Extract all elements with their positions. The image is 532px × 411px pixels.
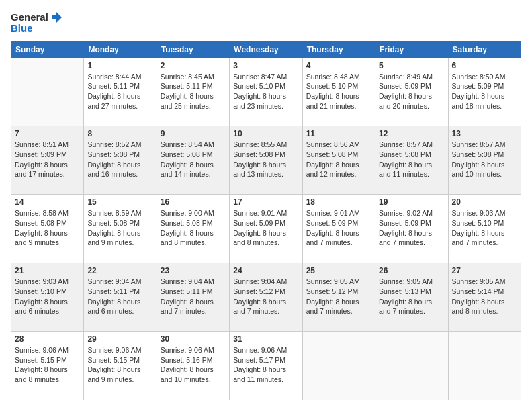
calendar-cell: 31Sunrise: 9:06 AMSunset: 5:17 PMDayligh… — [230, 332, 302, 400]
day-header-tuesday: Tuesday — [157, 41, 229, 58]
day-number: 21 — [15, 266, 80, 275]
day-number: 19 — [379, 197, 444, 207]
day-number: 15 — [87, 197, 152, 207]
day-number: 9 — [161, 129, 226, 138]
calendar-cell: 18Sunrise: 9:01 AMSunset: 5:09 PMDayligh… — [302, 195, 375, 263]
day-info: Sunrise: 9:06 AMSunset: 5:16 PMDaylight:… — [161, 345, 226, 385]
calendar-cell: 28Sunrise: 9:06 AMSunset: 5:15 PMDayligh… — [11, 332, 84, 400]
day-number: 14 — [15, 197, 80, 207]
day-info: Sunrise: 9:03 AMSunset: 5:10 PMDaylight:… — [15, 277, 80, 316]
calendar-cell: 14Sunrise: 8:58 AMSunset: 5:08 PMDayligh… — [11, 195, 84, 263]
calendar-cell: 3Sunrise: 8:47 AMSunset: 5:10 PMDaylight… — [230, 58, 302, 126]
day-number: 24 — [233, 266, 298, 275]
calendar-header-row: SundayMondayTuesdayWednesdayThursdayFrid… — [11, 41, 521, 58]
calendar-cell: 5Sunrise: 8:49 AMSunset: 5:09 PMDaylight… — [375, 58, 448, 126]
day-info: Sunrise: 9:06 AMSunset: 5:17 PMDaylight:… — [233, 345, 298, 385]
day-info: Sunrise: 8:54 AMSunset: 5:08 PMDaylight:… — [161, 140, 226, 179]
day-header-sunday: Sunday — [11, 41, 84, 58]
day-number: 16 — [161, 197, 226, 207]
day-number: 13 — [452, 129, 517, 138]
calendar-cell: 7Sunrise: 8:51 AMSunset: 5:09 PMDaylight… — [11, 126, 84, 195]
day-info: Sunrise: 8:56 AMSunset: 5:08 PMDaylight:… — [306, 140, 371, 179]
logo-chevron-icon — [50, 11, 63, 24]
logo: General Blue — [11, 11, 63, 34]
day-number: 4 — [306, 61, 371, 71]
calendar-page: General Blue SundayMondayTuesdayWednesda… — [0, 0, 532, 411]
day-number: 25 — [306, 266, 371, 275]
day-number: 10 — [233, 129, 298, 138]
calendar-cell: 24Sunrise: 9:04 AMSunset: 5:12 PMDayligh… — [230, 263, 302, 332]
logo-blue-text: Blue — [11, 23, 33, 34]
day-number: 23 — [161, 266, 226, 275]
calendar-cell: 11Sunrise: 8:56 AMSunset: 5:08 PMDayligh… — [302, 126, 375, 195]
day-info: Sunrise: 8:59 AMSunset: 5:08 PMDaylight:… — [87, 208, 152, 248]
day-number: 12 — [379, 129, 444, 138]
calendar-week-row: 21Sunrise: 9:03 AMSunset: 5:10 PMDayligh… — [11, 263, 521, 332]
day-number: 29 — [87, 334, 152, 344]
day-number: 3 — [233, 61, 298, 71]
day-info: Sunrise: 9:04 AMSunset: 5:11 PMDaylight:… — [161, 277, 226, 316]
calendar-cell: 20Sunrise: 9:03 AMSunset: 5:10 PMDayligh… — [448, 195, 521, 263]
calendar-week-row: 1Sunrise: 8:44 AMSunset: 5:11 PMDaylight… — [11, 58, 521, 126]
calendar-cell: 15Sunrise: 8:59 AMSunset: 5:08 PMDayligh… — [84, 195, 157, 263]
day-info: Sunrise: 8:48 AMSunset: 5:10 PMDaylight:… — [306, 72, 371, 111]
day-info: Sunrise: 9:06 AMSunset: 5:15 PMDaylight:… — [87, 345, 152, 385]
day-info: Sunrise: 8:57 AMSunset: 5:08 PMDaylight:… — [452, 140, 517, 179]
day-info: Sunrise: 8:44 AMSunset: 5:11 PMDaylight:… — [87, 72, 152, 111]
calendar-cell: 1Sunrise: 8:44 AMSunset: 5:11 PMDaylight… — [84, 58, 157, 126]
logo-container: General Blue — [11, 11, 63, 34]
svg-marker-0 — [52, 12, 62, 23]
day-number: 17 — [233, 197, 298, 207]
day-number: 26 — [379, 266, 444, 275]
day-number: 2 — [161, 61, 226, 71]
logo-general-text: General — [11, 12, 48, 24]
calendar-cell: 29Sunrise: 9:06 AMSunset: 5:15 PMDayligh… — [84, 332, 157, 400]
calendar-cell: 21Sunrise: 9:03 AMSunset: 5:10 PMDayligh… — [11, 263, 84, 332]
day-number: 28 — [15, 334, 80, 344]
day-number: 8 — [87, 129, 152, 138]
calendar-cell: 10Sunrise: 8:55 AMSunset: 5:08 PMDayligh… — [230, 126, 302, 195]
day-info: Sunrise: 9:05 AMSunset: 5:12 PMDaylight:… — [306, 277, 371, 316]
calendar-cell: 22Sunrise: 9:04 AMSunset: 5:11 PMDayligh… — [84, 263, 157, 332]
calendar-cell: 27Sunrise: 9:05 AMSunset: 5:14 PMDayligh… — [448, 263, 521, 332]
day-info: Sunrise: 8:58 AMSunset: 5:08 PMDaylight:… — [15, 208, 80, 248]
calendar-cell — [375, 332, 448, 400]
calendar-week-row: 7Sunrise: 8:51 AMSunset: 5:09 PMDaylight… — [11, 126, 521, 195]
day-info: Sunrise: 8:49 AMSunset: 5:09 PMDaylight:… — [379, 72, 444, 111]
day-number: 6 — [452, 61, 517, 71]
day-info: Sunrise: 9:02 AMSunset: 5:09 PMDaylight:… — [379, 208, 444, 248]
day-info: Sunrise: 8:52 AMSunset: 5:08 PMDaylight:… — [87, 140, 152, 179]
day-info: Sunrise: 9:01 AMSunset: 5:09 PMDaylight:… — [306, 208, 371, 248]
calendar-cell — [302, 332, 375, 400]
day-number: 11 — [306, 129, 371, 138]
day-info: Sunrise: 9:04 AMSunset: 5:12 PMDaylight:… — [233, 277, 298, 316]
day-info: Sunrise: 8:45 AMSunset: 5:11 PMDaylight:… — [161, 72, 226, 111]
calendar-cell: 13Sunrise: 8:57 AMSunset: 5:08 PMDayligh… — [448, 126, 521, 195]
day-header-saturday: Saturday — [448, 41, 521, 58]
day-info: Sunrise: 8:50 AMSunset: 5:09 PMDaylight:… — [452, 72, 517, 111]
day-info: Sunrise: 8:47 AMSunset: 5:10 PMDaylight:… — [233, 72, 298, 111]
day-header-thursday: Thursday — [302, 41, 375, 58]
day-number: 30 — [161, 334, 226, 344]
day-number: 1 — [87, 61, 152, 71]
day-info: Sunrise: 8:57 AMSunset: 5:08 PMDaylight:… — [379, 140, 444, 179]
calendar-cell: 23Sunrise: 9:04 AMSunset: 5:11 PMDayligh… — [157, 263, 229, 332]
calendar-cell — [11, 58, 84, 126]
calendar-cell: 6Sunrise: 8:50 AMSunset: 5:09 PMDaylight… — [448, 58, 521, 126]
calendar-cell: 30Sunrise: 9:06 AMSunset: 5:16 PMDayligh… — [157, 332, 229, 400]
calendar-cell: 9Sunrise: 8:54 AMSunset: 5:08 PMDaylight… — [157, 126, 229, 195]
calendar-table: SundayMondayTuesdayWednesdayThursdayFrid… — [11, 41, 521, 401]
day-info: Sunrise: 8:55 AMSunset: 5:08 PMDaylight:… — [233, 140, 298, 179]
day-info: Sunrise: 9:00 AMSunset: 5:08 PMDaylight:… — [161, 208, 226, 248]
calendar-week-row: 14Sunrise: 8:58 AMSunset: 5:08 PMDayligh… — [11, 195, 521, 263]
day-info: Sunrise: 9:05 AMSunset: 5:13 PMDaylight:… — [379, 277, 444, 316]
day-number: 5 — [379, 61, 444, 71]
calendar-week-row: 28Sunrise: 9:06 AMSunset: 5:15 PMDayligh… — [11, 332, 521, 400]
day-header-monday: Monday — [84, 41, 157, 58]
day-number: 18 — [306, 197, 371, 207]
header: General Blue — [11, 11, 521, 34]
calendar-cell: 19Sunrise: 9:02 AMSunset: 5:09 PMDayligh… — [375, 195, 448, 263]
day-info: Sunrise: 9:01 AMSunset: 5:09 PMDaylight:… — [233, 208, 298, 248]
day-number: 22 — [87, 266, 152, 275]
day-header-friday: Friday — [375, 41, 448, 58]
